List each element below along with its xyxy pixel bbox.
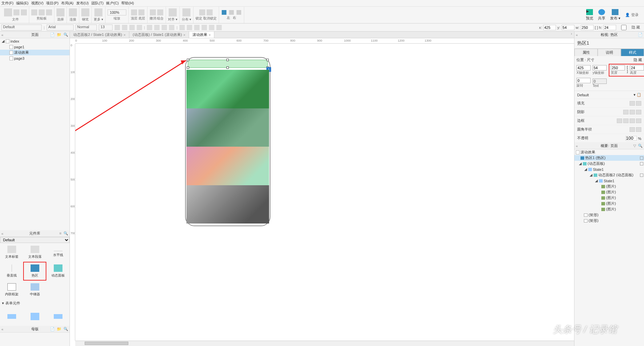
outline-item-hotspot[interactable]: 热区1 (热区) [574,155,644,161]
search-icon[interactable]: 🔍 [63,33,68,37]
font-select[interactable]: Arial [47,24,74,31]
image-3[interactable] [186,147,269,185]
more-icon[interactable] [94,8,102,16]
valign-b-btn[interactable] [216,25,222,30]
add-page-icon[interactable]: 📄 [50,33,55,37]
hotspot-selection[interactable] [188,60,268,68]
unlock-icon[interactable] [207,9,213,15]
align-left-btn[interactable] [222,10,226,15]
fill-swatch[interactable] [630,101,635,106]
search-icon[interactable]: 🔍 [63,327,68,331]
menu-edit[interactable]: 编辑(E) [16,1,29,6]
resize-handle[interactable] [226,66,229,69]
menu-team[interactable]: 团队(T) [91,1,103,6]
copy-icon[interactable] [39,9,45,15]
zoom-select[interactable]: 100% [108,9,126,15]
front-icon[interactable] [131,9,137,15]
undo-icon[interactable] [150,9,156,15]
menu-layout[interactable]: 布局(A) [61,1,74,6]
scroll-thumb[interactable] [85,342,128,345]
widget-vline[interactable]: 垂直线 [0,262,23,281]
tree-page[interactable]: page3 [0,55,70,61]
selection-name[interactable]: 热区1 [574,38,644,49]
outline-item[interactable]: (图片) [574,189,644,195]
size-select[interactable]: 13 [99,24,112,31]
h-scrollbar[interactable] [75,341,574,346]
align-r-btn[interactable] [194,25,200,30]
insp-x-input[interactable] [576,65,591,70]
lib-select[interactable]: Default [0,237,70,243]
login-button[interactable]: 👤登录 [625,12,639,17]
widget-hline[interactable]: 水平线 [46,243,70,262]
menu-view[interactable]: 视图(V) [31,1,44,6]
widget-text-para[interactable]: 文本段落 [23,243,46,262]
canvas[interactable]: 1 [75,44,574,341]
doc-style-select[interactable]: Default [1,24,42,31]
visibility-toggle[interactable] [640,174,643,177]
group-icon[interactable] [157,9,163,15]
collapse-icon[interactable]: « [1,327,3,331]
align-right-btn[interactable] [237,10,241,15]
search-icon[interactable]: 🔍 [638,144,643,148]
open-file-icon[interactable] [13,9,19,15]
resize-handle[interactable] [226,59,229,61]
insp-w-input[interactable] [611,65,625,70]
image-4[interactable] [186,185,269,224]
outline-item[interactable]: ◢动态面板2 (动态面板) [574,172,644,178]
resize-handle[interactable] [266,59,269,61]
outline-item[interactable]: ◢State1 [574,166,644,172]
underline-btn[interactable] [129,25,135,30]
menu-icon[interactable]: ≡ [59,231,61,236]
close-icon[interactable]: × [183,33,185,37]
lock-icon[interactable] [199,9,205,15]
align-icon[interactable] [169,8,177,16]
tab-props[interactable]: 属性 [574,49,598,56]
tab-active[interactable]: 滚动效果× [189,32,214,38]
close-icon[interactable]: × [209,33,211,37]
widget-iframe[interactable]: 内联框架 [0,281,23,299]
close-icon[interactable]: × [123,33,125,37]
widget-repeater[interactable]: 中继器 [23,281,46,299]
outline-item[interactable]: (图片) [574,206,644,212]
collapse-icon[interactable]: « [1,33,3,37]
menu-account[interactable]: 账户(C) [106,1,119,6]
menu-help[interactable]: 帮助(H) [121,1,134,6]
visibility-toggle[interactable] [640,156,643,160]
add-icon[interactable]: 📄 [50,327,55,331]
align-l-btn[interactable] [179,25,185,30]
outline-root[interactable]: 滚动效果 [574,149,644,155]
select-icon[interactable] [56,8,65,16]
shadow-btn[interactable] [169,25,174,30]
scroll-right-icon[interactable]: › [569,32,574,38]
opacity-input[interactable] [626,136,637,141]
insp-y-input[interactable] [593,65,607,70]
connect-icon[interactable] [69,8,77,16]
folder-icon[interactable]: 📁 [57,327,61,331]
collapse-icon[interactable]: « [576,144,578,148]
w-input[interactable] [581,25,594,30]
image-2[interactable] [186,108,269,147]
search-icon[interactable]: 🔍 [63,231,68,236]
align-c-btn[interactable] [187,25,192,30]
form-section-label[interactable]: ▾表单元件 [0,299,70,307]
page-icon[interactable]: 📄 [638,33,643,37]
tree-root[interactable]: ◢index [0,38,70,44]
tab[interactable]: 动态面板2 / State1 (滚动效果)× [70,32,129,38]
italic-btn[interactable] [122,25,127,30]
collapse-icon[interactable]: « [576,33,578,37]
tab[interactable]: (动态面板) / State1 (滚动效果)× [129,32,189,38]
menu-file[interactable]: 文件(F) [1,1,13,6]
new-file-icon[interactable] [4,8,12,16]
collapse-icon[interactable]: « [1,232,3,236]
valign-m-btn[interactable] [209,25,214,30]
h-input[interactable] [603,25,616,30]
filter-icon[interactable]: ▽ [633,144,636,148]
border-btn[interactable] [162,25,167,30]
add-folder-icon[interactable]: 📁 [57,33,61,37]
bold-btn[interactable] [115,25,120,30]
outline-item[interactable]: (图片) [574,201,644,206]
weight-select[interactable]: Normal [76,24,97,31]
widget-dynamic-panel[interactable]: 动态面板 [46,262,70,281]
share-icon[interactable] [598,9,605,15]
publish-icon[interactable] [612,9,618,15]
